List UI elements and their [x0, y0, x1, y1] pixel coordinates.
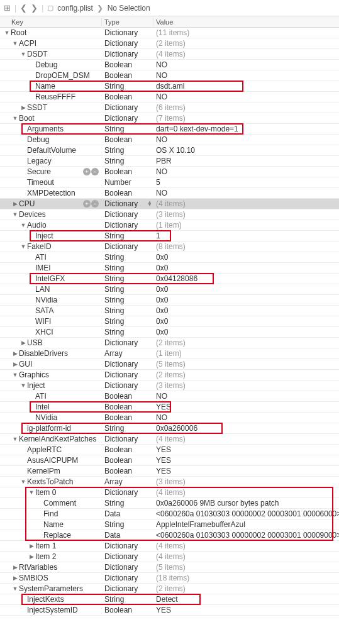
row-key[interactable]: KernelAndKextPatches — [19, 435, 96, 443]
table-row[interactable]: ▶RtVariablesDictionary(5 items) — [0, 562, 339, 573]
table-row[interactable]: ▶SMBIOSDictionary(18 items) — [0, 573, 339, 584]
row-value[interactable]: 0x04128086 — [153, 274, 339, 283]
table-row[interactable]: ▼BootDictionary(7 items) — [0, 113, 339, 124]
row-type[interactable]: Boolean — [102, 392, 153, 401]
row-key[interactable]: XHCI — [35, 328, 53, 336]
row-type[interactable]: Dictionary — [102, 370, 153, 379]
row-type[interactable]: String — [102, 520, 153, 529]
row-key[interactable]: Devices — [19, 210, 46, 219]
row-type[interactable]: Dictionary — [102, 574, 153, 582]
row-type[interactable]: String — [102, 317, 153, 326]
row-type[interactable]: Data — [102, 531, 153, 540]
row-key[interactable]: XMPDetection — [27, 189, 75, 197]
row-type[interactable]: String — [102, 253, 153, 262]
add-remove-buttons[interactable]: +− — [83, 200, 99, 208]
row-type[interactable]: Dictionary — [102, 28, 153, 37]
row-type[interactable]: Boolean — [102, 60, 153, 69]
table-row[interactable]: ▶DropOEM_DSMBooleanNO — [0, 70, 339, 81]
table-row[interactable]: ▶ArgumentsStringdart=0 kext-dev-mode=1 — [0, 124, 339, 135]
row-key[interactable]: Legacy — [27, 157, 52, 165]
table-row[interactable]: ▼DevicesDictionary(3 items) — [0, 209, 339, 220]
remove-button[interactable]: − — [91, 200, 99, 208]
row-value[interactable]: <0600260a 01030303 00000002 00003001 000… — [153, 531, 339, 540]
row-key[interactable]: NVidia — [35, 413, 57, 422]
add-button[interactable]: + — [83, 168, 91, 175]
type-selector-icon[interactable]: ▲▼ — [147, 201, 152, 206]
table-row[interactable]: ▶InjectSystemIDBooleanYES — [0, 605, 339, 616]
header-key[interactable]: Key — [0, 18, 102, 26]
row-value[interactable]: 0x0 — [153, 317, 339, 326]
row-value[interactable]: 0x0 — [153, 253, 339, 262]
row-value[interactable]: 0x0a260006 — [153, 424, 339, 433]
row-value[interactable]: 5 — [153, 178, 339, 187]
remove-button[interactable]: − — [91, 168, 99, 175]
row-key[interactable]: NVidia — [35, 296, 57, 304]
row-key[interactable]: SystemParameters — [19, 584, 83, 593]
table-row[interactable]: ▶USBDictionary(2 items) — [0, 338, 339, 348]
row-key[interactable]: SMBIOS — [19, 574, 48, 582]
table-row[interactable]: ▼DSDTDictionary(4 items) — [0, 49, 339, 60]
table-row[interactable]: ▶IMEIString0x0 — [0, 263, 339, 274]
row-value[interactable]: Detect — [153, 595, 339, 604]
table-row[interactable]: ▶CommentString0x0a260006 9MB cursor byte… — [0, 498, 339, 509]
row-value[interactable]: 0x0a260006 9MB cursor bytes patch — [153, 499, 339, 508]
row-key[interactable]: InjectSystemID — [27, 606, 78, 614]
table-row[interactable]: ▶Secure+−BooleanNO — [0, 167, 339, 177]
table-row[interactable]: ▼RootDictionary(11 items) — [0, 28, 339, 38]
table-row[interactable]: ▶TimeoutNumber5 — [0, 177, 339, 188]
table-row[interactable]: ▼InjectDictionary(3 items) — [0, 380, 339, 391]
row-key[interactable]: Debug — [35, 60, 57, 69]
row-value[interactable]: dart=0 kext-dev-mode=1 — [153, 125, 339, 133]
row-key[interactable]: USB — [27, 338, 43, 347]
row-key[interactable]: Find — [43, 509, 58, 518]
row-key[interactable]: DisableDrivers — [19, 349, 68, 358]
disclosure-down-icon[interactable]: ▼ — [12, 115, 18, 121]
row-type[interactable]: Boolean — [102, 135, 153, 144]
row-key[interactable]: Debug — [27, 135, 49, 144]
table-row[interactable]: ▶FindData<0600260a 01030303 00000002 000… — [0, 509, 339, 519]
row-value[interactable]: 0x0 — [153, 306, 339, 315]
table-row[interactable]: ▶DefaultVolumeStringOS X 10.10 — [0, 145, 339, 156]
row-key[interactable]: WIFI — [35, 317, 51, 326]
row-key[interactable]: CPU — [19, 199, 35, 208]
row-type[interactable]: String — [102, 424, 153, 433]
table-row[interactable]: ▼KernelAndKextPatchesDictionary(4 items) — [0, 434, 339, 445]
row-type[interactable]: String — [102, 285, 153, 294]
row-type[interactable]: String — [102, 82, 153, 91]
row-key[interactable]: AppleRTC — [27, 445, 62, 454]
row-value[interactable]: YES — [153, 456, 339, 465]
row-type[interactable]: Boolean — [102, 413, 153, 422]
row-type[interactable]: Data — [102, 509, 153, 518]
row-type[interactable]: String — [102, 231, 153, 240]
row-key[interactable]: Timeout — [27, 178, 54, 187]
row-type[interactable]: Dictionary — [102, 221, 153, 230]
disclosure-down-icon[interactable]: ▼ — [20, 243, 26, 250]
row-type[interactable]: Dictionary▲▼ — [102, 199, 153, 208]
row-type[interactable]: Dictionary — [102, 584, 153, 593]
disclosure-down-icon[interactable]: ▼ — [12, 211, 18, 218]
table-row[interactable]: ▶NVidiaString0x0 — [0, 295, 339, 306]
table-row[interactable]: ▶AsusAICPUPMBooleanYES — [0, 455, 339, 466]
row-value[interactable]: OS X 10.10 — [153, 146, 339, 155]
row-key[interactable]: FakeID — [27, 242, 52, 251]
table-row[interactable]: ▶KernelPmBooleanYES — [0, 466, 339, 477]
table-row[interactable]: ▶DebugBooleanNO — [0, 135, 339, 145]
table-row[interactable]: ▼KextsToPatchArray(3 items) — [0, 477, 339, 487]
disclosure-right-icon[interactable]: ▶ — [12, 564, 18, 570]
table-row[interactable]: ▶ig-platform-idString0x0a260006 — [0, 423, 339, 434]
row-type[interactable]: Boolean — [102, 92, 153, 101]
table-row[interactable]: ▶Item 2Dictionary(4 items) — [0, 552, 339, 562]
disclosure-down-icon[interactable]: ▼ — [20, 222, 26, 228]
row-key[interactable]: IMEI — [35, 264, 51, 272]
row-value[interactable]: 0x0 — [153, 264, 339, 272]
row-key[interactable]: SSDT — [27, 103, 47, 112]
table-row[interactable]: ▶NameStringAppleIntelFramebufferAzul — [0, 519, 339, 530]
row-key[interactable]: Arguments — [27, 125, 64, 133]
row-value[interactable]: 0x0 — [153, 328, 339, 336]
row-key[interactable]: SATA — [35, 306, 54, 315]
row-key[interactable]: KernelPm — [27, 467, 60, 475]
row-key[interactable]: DSDT — [27, 50, 48, 58]
table-row[interactable]: ▶AppleRTCBooleanYES — [0, 445, 339, 455]
grid-view-icon[interactable]: ⊞ — [4, 3, 11, 13]
row-key[interactable]: IntelGFX — [35, 274, 65, 283]
